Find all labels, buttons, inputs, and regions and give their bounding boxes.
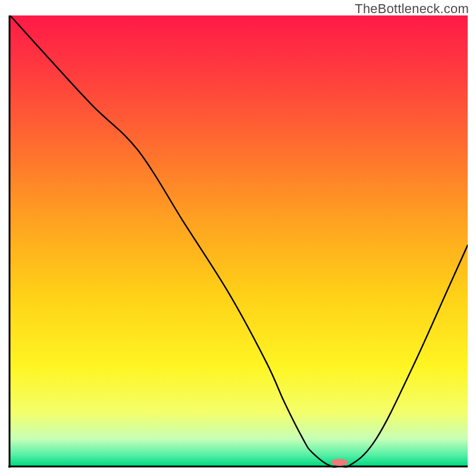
chart-svg bbox=[8, 15, 468, 468]
watermark-label: TheBottleneck.com bbox=[355, 1, 469, 17]
optimal-marker bbox=[331, 459, 348, 466]
chart-stage: TheBottleneck.com bbox=[0, 0, 476, 476]
gradient-background bbox=[10, 15, 468, 466]
plot-area bbox=[8, 15, 468, 468]
